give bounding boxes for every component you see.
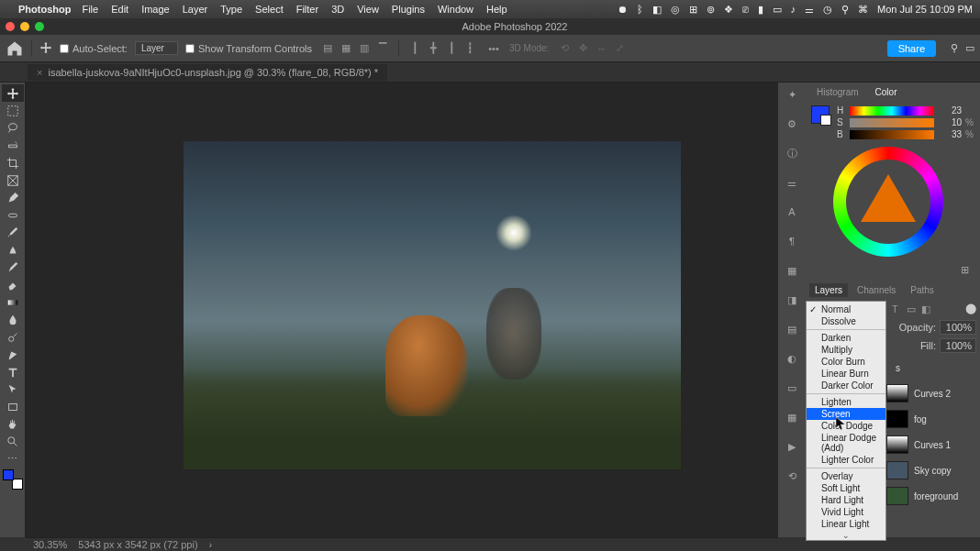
blend-mode-vivid-light[interactable]: Vivid Light (807, 506, 885, 518)
crop-tool[interactable] (2, 154, 24, 171)
chevron-right-icon[interactable]: › (209, 539, 213, 550)
marquee-tool[interactable] (2, 102, 24, 119)
path-selection-tool[interactable] (2, 380, 24, 398)
blend-mode-normal[interactable]: Normal (807, 303, 885, 315)
blend-mode-color-dodge[interactable]: Color Dodge (807, 420, 885, 432)
filter-smart-icon[interactable]: ◧ (921, 303, 932, 314)
blend-mode-dropdown[interactable]: NormalDissolveDarkenMultiplyColor BurnLi… (806, 301, 886, 541)
share-button[interactable]: Share (887, 40, 936, 57)
move-tool-icon[interactable] (39, 41, 52, 56)
edit-toolbar[interactable]: ⋯ (2, 450, 24, 468)
blend-mode-linear-dodge-add-[interactable]: Linear Dodge (Add) (807, 432, 885, 454)
hue-slider[interactable] (850, 106, 934, 116)
window-close-button[interactable] (6, 22, 15, 31)
doc-info[interactable]: 5343 px x 3542 px (72 ppi) (78, 539, 197, 550)
layer-mask-thumb[interactable] (886, 410, 908, 428)
canvas-area[interactable] (26, 83, 778, 537)
menu-type[interactable]: Type (220, 4, 242, 15)
tab-channels[interactable]: Channels (852, 283, 901, 297)
status-apps-icon[interactable]: ⊞ (689, 4, 697, 16)
menu-view[interactable]: View (357, 4, 379, 15)
dodge-tool[interactable] (2, 328, 24, 346)
lasso-tool[interactable] (2, 119, 24, 137)
status-bluetooth-icon[interactable]: ᛒ (637, 4, 643, 15)
menu-layer[interactable]: Layer (183, 4, 208, 15)
align-right-icon[interactable]: ▥ (356, 41, 373, 56)
rectangle-tool[interactable] (2, 398, 24, 415)
gradient-tool[interactable] (2, 293, 24, 311)
status-music-icon[interactable]: ♪ (791, 4, 796, 15)
type-tool[interactable] (2, 363, 24, 380)
panel-icon-libraries[interactable]: ▦ (783, 409, 801, 425)
hand-tool[interactable] (2, 415, 24, 433)
status-wifi-icon[interactable]: ⊚ (707, 4, 715, 16)
layer-mask-thumb[interactable] (886, 461, 908, 479)
panel-icon-styles[interactable]: ▭ (783, 380, 801, 396)
search-icon[interactable]: ⚲ (951, 42, 958, 54)
more-icon[interactable]: ••• (485, 41, 502, 56)
sat-value[interactable]: 10 (938, 117, 962, 127)
tab-histogram[interactable]: Histogram (809, 84, 866, 100)
home-button[interactable] (6, 40, 24, 57)
blend-mode-hard-light[interactable]: Hard Light (807, 494, 885, 506)
status-clock-icon[interactable]: ◷ (823, 4, 832, 16)
panel-icon-brush-settings[interactable]: ⚙ (783, 116, 801, 132)
blend-mode-overlay[interactable]: Overlay (807, 470, 885, 482)
document-tab[interactable]: × isabella-juskova-9aNItHjuOc0-unsplash.… (28, 64, 387, 81)
blend-mode-soft-light[interactable]: Soft Light (807, 482, 885, 494)
eyedropper-tool[interactable] (2, 189, 24, 206)
panel-icon-properties[interactable]: ⚌ (783, 174, 801, 191)
status-sliders-icon[interactable]: ⚌ (805, 4, 814, 16)
align-left-icon[interactable]: ▤ (319, 41, 336, 56)
color-wheel[interactable] (833, 147, 952, 257)
frame-tool[interactable] (2, 171, 24, 189)
healing-brush-tool[interactable] (2, 206, 24, 224)
zoom-level[interactable]: 30.35% (33, 539, 67, 550)
quick-selection-tool[interactable] (2, 137, 24, 154)
fill-value[interactable]: 100% (940, 338, 976, 353)
menubar-clock[interactable]: Mon Jul 25 10:09 PM (877, 4, 973, 15)
document-canvas[interactable] (184, 141, 681, 469)
blend-mode-dissolve[interactable]: Dissolve (807, 315, 885, 327)
blend-mode-lighter-color[interactable]: Lighter Color (807, 454, 885, 466)
blend-mode-lighten[interactable]: Lighten (807, 396, 885, 408)
chevron-down-icon[interactable]: ⌄ (807, 530, 885, 541)
menu-file[interactable]: File (82, 4, 98, 15)
distribute-spacing-icon[interactable]: ┇ (462, 41, 478, 56)
status-control-center-icon[interactable]: ⌘ (858, 4, 868, 16)
menu-plugins[interactable]: Plugins (392, 4, 425, 15)
bri-value[interactable]: 33 (938, 129, 962, 139)
brush-tool[interactable] (2, 224, 24, 241)
auto-select-checkbox[interactable] (60, 44, 69, 53)
foreground-color-swatch[interactable] (3, 469, 14, 480)
filter-type-icon[interactable]: T (892, 303, 903, 314)
blur-tool[interactable] (2, 311, 24, 328)
align-top-icon[interactable]: ▔ (374, 41, 391, 56)
blend-mode-color-burn[interactable]: Color Burn (807, 356, 885, 368)
status-dropbox-icon[interactable]: ❖ (724, 4, 733, 16)
layer-mask-thumb[interactable] (886, 487, 908, 505)
sat-slider[interactable] (850, 118, 934, 127)
distribute-right-icon[interactable]: ┃ (443, 41, 460, 56)
tab-color[interactable]: Color (868, 84, 905, 100)
bri-slider[interactable] (850, 130, 934, 139)
eraser-tool[interactable] (2, 276, 24, 293)
opacity-value[interactable]: 100% (940, 320, 976, 335)
clone-stamp-tool[interactable] (2, 241, 24, 259)
panel-icon-paragraph[interactable]: ¶ (783, 233, 801, 249)
window-minimize-button[interactable] (20, 22, 29, 31)
pen-tool[interactable] (2, 346, 24, 363)
distribute-left-icon[interactable]: ┃ (406, 41, 423, 56)
tab-paths[interactable]: Paths (905, 283, 940, 297)
blend-mode-screen[interactable]: Screen (807, 408, 885, 420)
align-center-h-icon[interactable]: ▦ (338, 41, 354, 56)
tab-layers[interactable]: Layers (809, 283, 848, 297)
status-search-icon[interactable]: ⚲ (841, 4, 849, 16)
distribute-center-icon[interactable]: ╋ (425, 41, 441, 56)
status-screen-icon[interactable]: ⎚ (742, 4, 749, 15)
menu-3d[interactable]: 3D (331, 4, 344, 15)
show-transform-checkbox[interactable] (185, 44, 195, 53)
menu-image[interactable]: Image (141, 4, 170, 15)
panel-icon-info[interactable]: ⓘ (783, 145, 801, 161)
menu-window[interactable]: Window (438, 4, 473, 15)
